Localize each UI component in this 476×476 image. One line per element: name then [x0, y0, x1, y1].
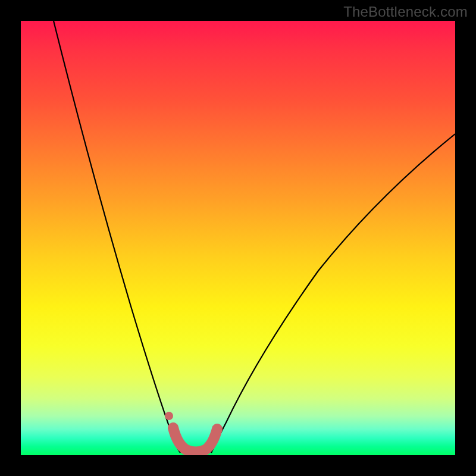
valley-marker — [173, 428, 217, 452]
curve-right — [211, 134, 455, 453]
curves-svg — [21, 21, 455, 455]
curve-left — [54, 21, 180, 453]
chart-frame: TheBottleneck.com — [0, 0, 476, 476]
valley-dot — [165, 412, 173, 420]
watermark-text: TheBottleneck.com — [343, 4, 468, 20]
plot-area — [21, 21, 455, 455]
